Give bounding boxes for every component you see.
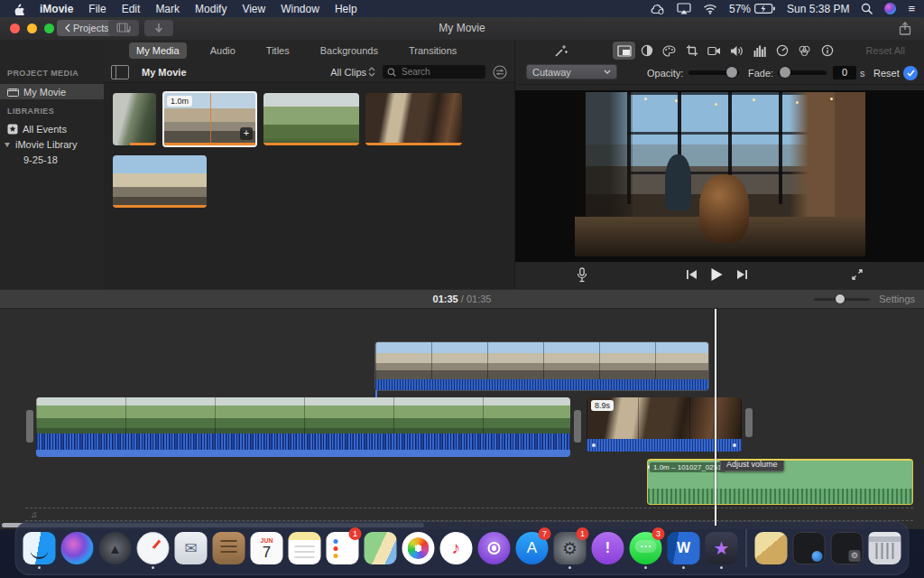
dock-feedback-assistant[interactable]: ! [591, 530, 625, 566]
tab-transitions[interactable]: Transitions [402, 42, 464, 59]
dock-music[interactable]: ♪ [439, 530, 474, 566]
timeline-settings-button[interactable]: Settings [879, 294, 915, 304]
stabilization-icon[interactable] [703, 42, 725, 60]
opacity-slider[interactable] [688, 70, 739, 75]
reset-all-button[interactable]: Reset All [866, 45, 905, 56]
wifi-icon[interactable] [703, 4, 717, 14]
color-balance-icon[interactable] [635, 42, 658, 60]
dock-reminders[interactable]: 1 [326, 530, 360, 566]
sidebar-item-imovie-library[interactable]: iMovie Library [0, 136, 104, 152]
sidebar-item-my-movie[interactable]: My Movie [0, 84, 104, 99]
reset-button[interactable]: Reset [873, 68, 900, 79]
fullscreen-icon[interactable] [851, 268, 864, 281]
zoom-slider-knob[interactable] [836, 294, 845, 303]
color-correction-icon[interactable] [658, 42, 680, 60]
cloud-status-icon[interactable] [650, 4, 665, 14]
dock-launchpad[interactable]: ▲ [98, 530, 133, 566]
menu-item-window[interactable]: Window [281, 3, 319, 15]
dock-safari[interactable] [136, 530, 171, 566]
trim-handle-right[interactable] [574, 410, 581, 443]
cutaway-clip[interactable] [374, 341, 709, 391]
spotlight-search-icon[interactable] [861, 3, 873, 14]
dock-minimized-window-1[interactable] [792, 530, 827, 566]
menu-item-mark[interactable]: Mark [155, 3, 180, 15]
dock-system-preferences[interactable]: ⚙1 [553, 530, 587, 566]
audio-fade-handle-left[interactable] [591, 443, 596, 448]
play-button[interactable] [710, 267, 723, 282]
dock-minimized-window-2[interactable]: ⚙ [830, 530, 864, 566]
notification-center-icon[interactable]: ≡ [908, 3, 915, 14]
dock-photos[interactable] [402, 530, 436, 566]
playhead[interactable] [715, 309, 716, 526]
share-button[interactable] [899, 22, 911, 35]
dock-imovie[interactable]: ★ [705, 530, 739, 566]
add-to-timeline-icon[interactable]: + [240, 127, 253, 140]
menu-item-view[interactable]: View [242, 3, 265, 15]
info-icon[interactable] [816, 42, 838, 60]
apple-menu-icon[interactable] [13, 2, 24, 15]
enhance-wand-icon[interactable] [550, 42, 572, 60]
dock-finder[interactable] [23, 530, 57, 566]
sidebar-item-event[interactable]: 9-25-18 [0, 152, 104, 167]
clip-thumbnail-5[interactable] [113, 155, 207, 208]
search-input[interactable] [400, 66, 476, 78]
siri-icon[interactable] [884, 3, 896, 14]
sidebar-toggle-icon[interactable] [111, 65, 129, 79]
clip-filter-dropdown[interactable]: All Clips [330, 67, 375, 78]
clip-thumbnail-4[interactable] [365, 93, 462, 145]
fade-slider-knob[interactable] [780, 67, 790, 78]
tab-titles[interactable]: Titles [259, 42, 297, 59]
menu-item-modify[interactable]: Modify [195, 3, 226, 15]
tab-my-media[interactable]: My Media [129, 42, 187, 59]
clip-thumbnail-3[interactable] [263, 93, 359, 145]
disclosure-triangle-icon[interactable] [4, 141, 11, 148]
menu-bar-clock[interactable]: Sun 5:38 PM [787, 3, 849, 15]
trim-handle-left[interactable] [26, 410, 33, 443]
dock-calendar[interactable]: JUN7 [250, 530, 284, 566]
tab-backgrounds[interactable]: Backgrounds [313, 42, 385, 59]
voiceover-mic-icon[interactable] [577, 267, 587, 283]
dock-notes[interactable] [288, 530, 322, 566]
next-frame-button[interactable] [736, 269, 748, 280]
airplay-display-icon[interactable] [677, 3, 691, 14]
dock-app-store[interactable]: A7 [515, 530, 550, 566]
overlay-mode-dropdown[interactable]: Cutaway [526, 64, 617, 79]
opacity-slider-knob[interactable] [726, 67, 737, 78]
apply-checkmark-button[interactable] [903, 66, 918, 80]
timeline-clip-train[interactable] [36, 397, 570, 457]
clip-thumbnail-2-selected[interactable]: 1.0m + [162, 91, 257, 147]
dock-maps[interactable] [364, 530, 398, 566]
timeline-zoom-slider[interactable] [814, 298, 870, 301]
color-filters-icon[interactable] [793, 42, 816, 60]
audio-fade-handle-right[interactable] [732, 443, 737, 448]
menu-item-edit[interactable]: Edit [122, 3, 141, 15]
volume-icon[interactable] [725, 42, 748, 60]
speed-icon[interactable] [771, 42, 793, 60]
tab-audio[interactable]: Audio [203, 42, 243, 59]
clip-thumbnail-1[interactable] [113, 93, 156, 145]
crop-icon[interactable] [680, 42, 703, 60]
audio-clip-selected[interactable]: 1.0m – 101027_0251 Adjust volume [647, 459, 913, 505]
menu-item-help[interactable]: Help [335, 3, 357, 15]
dock-mail[interactable]: ✉ [174, 530, 208, 566]
dock-trash[interactable] [868, 530, 902, 566]
fade-duration-field[interactable]: 0 [833, 66, 856, 79]
dock-podcasts[interactable] [477, 530, 512, 566]
trim-handle-right[interactable] [745, 408, 753, 437]
background-music-well[interactable]: ♫ [25, 508, 913, 521]
dock-messages[interactable]: 3 [629, 530, 663, 566]
dock-installer-package[interactable] [754, 530, 789, 566]
menu-item-imovie[interactable]: iMovie [40, 3, 73, 15]
dock-siri[interactable] [60, 530, 95, 566]
filter-settings-icon[interactable] [493, 65, 507, 79]
battery-status[interactable]: 57% [729, 3, 775, 15]
audio-eq-icon[interactable] [748, 42, 771, 60]
dock-contacts[interactable] [212, 530, 246, 566]
menu-item-file[interactable]: File [88, 3, 106, 15]
sidebar-item-all-events[interactable]: All Events [0, 121, 104, 136]
dock-word[interactable]: W [667, 530, 701, 566]
search-field[interactable] [383, 65, 485, 79]
overlay-settings-icon[interactable] [613, 42, 635, 60]
fade-slider[interactable] [778, 70, 827, 75]
previous-frame-button[interactable] [686, 269, 698, 280]
